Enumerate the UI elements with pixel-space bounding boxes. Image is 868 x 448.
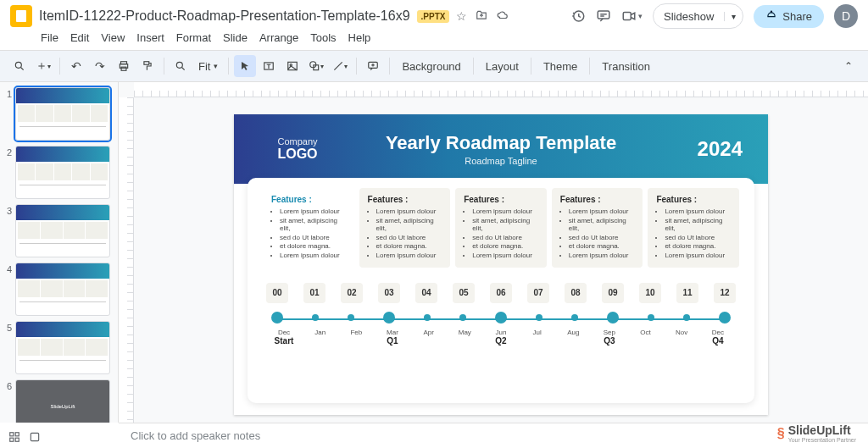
timeline-dot	[536, 314, 542, 321]
feature-bullet: Lorem ipsum dolour	[280, 252, 346, 260]
explore-icon[interactable]	[29, 431, 41, 443]
speaker-notes[interactable]: Click to add speaker notes	[119, 423, 868, 448]
ruler-vertical[interactable]	[119, 97, 134, 423]
menu-view[interactable]: View	[96, 29, 130, 47]
timeline-quarter-label: Q1	[380, 336, 405, 346]
menu-bar: File Edit View Insert Format Slide Arran…	[0, 27, 868, 50]
timeline-quarter-label	[343, 336, 369, 346]
grid-view-icon[interactable]	[8, 431, 20, 443]
feature-column: Features : Lorem ipsum dolour sit amet, …	[359, 188, 451, 268]
svg-rect-20	[31, 433, 38, 440]
document-title[interactable]: ItemID-11222-Product-Roadmap-Presentatio…	[39, 8, 410, 24]
timeline-dot	[571, 314, 578, 321]
filmstrip[interactable]: 1 2 3 4	[0, 82, 119, 423]
zoom-select[interactable]: Fit ▾	[193, 58, 223, 75]
menu-arrange[interactable]: Arrange	[254, 29, 303, 47]
canvas-scroll[interactable]: Company LOGO Yearly Roadmap Template Roa…	[134, 97, 868, 423]
slideshow-dropdown[interactable]: ▾	[724, 12, 743, 21]
timeline-month-label: Apr	[416, 329, 442, 336]
timeline-month-label: Mar	[380, 329, 405, 336]
logo-label-top: Company	[259, 136, 336, 147]
ruler-horizontal[interactable]	[134, 82, 868, 97]
slides-app-icon[interactable]	[10, 5, 32, 27]
search-menus-icon[interactable]	[8, 55, 31, 77]
undo-icon[interactable]: ↶	[65, 55, 87, 77]
slide-header: Company LOGO Yearly Roadmap Template Roa…	[234, 114, 768, 184]
present-meet-icon[interactable]: ▾	[621, 8, 643, 24]
menu-edit[interactable]: Edit	[65, 29, 94, 47]
line-icon[interactable]: ▾	[329, 55, 351, 77]
paint-format-icon[interactable]	[136, 55, 159, 77]
feature-bullet: Lorem ipsum dolour	[376, 207, 442, 216]
menu-slide[interactable]: Slide	[218, 29, 253, 47]
slideshow-button-group: Slideshow ▾	[653, 3, 743, 29]
timeline-quarter-label	[416, 336, 442, 346]
slide-subtitle: Roadmap Tagline	[361, 156, 641, 166]
feature-bullet: Lorem ipsum dolour	[280, 207, 346, 216]
print-icon[interactable]	[113, 55, 135, 77]
layout-button[interactable]: Layout	[479, 57, 526, 76]
timeline-month-label: Dec	[271, 329, 297, 336]
timeline-quarter-label	[452, 336, 477, 346]
toolbar: ＋▾ ↶ ↷ Fit ▾ ▾ ▾ Background Layout Theme…	[0, 50, 868, 82]
feature-title: Features :	[368, 195, 442, 204]
svg-rect-16	[10, 433, 14, 436]
menu-tools[interactable]: Tools	[305, 29, 341, 47]
background-button[interactable]: Background	[395, 57, 467, 76]
menu-file[interactable]: File	[36, 29, 64, 47]
menu-help[interactable]: Help	[343, 29, 376, 47]
comment-add-icon[interactable]	[362, 55, 384, 77]
thumb-number: 4	[3, 263, 12, 274]
move-icon[interactable]	[476, 9, 487, 23]
history-icon[interactable]	[570, 8, 586, 24]
feature-bullet: Lorem ipsum dolour	[665, 252, 731, 260]
timeline-month-label: Nov	[669, 329, 694, 336]
logo-label-bot: LOGO	[259, 147, 336, 162]
timeline: Dec Jan Feb Mar Apr May Jun Jul Aug Sep	[263, 318, 739, 346]
slide-thumbnail-4[interactable]	[15, 263, 110, 316]
speaker-notes-placeholder: Click to add speaker notes	[131, 429, 260, 442]
timeline-quarter-label	[308, 336, 333, 346]
timeline-month-label: Dec	[705, 329, 731, 336]
month-box: 11	[676, 283, 698, 303]
feature-bullet: et dolore magna.	[376, 242, 442, 251]
share-button[interactable]: Share	[754, 5, 824, 28]
zoom-tool-icon[interactable]	[170, 55, 192, 77]
collapse-toolbar-icon[interactable]: ⌃	[837, 57, 860, 75]
shape-icon[interactable]: ▾	[305, 55, 327, 77]
textbox-icon[interactable]	[258, 55, 280, 77]
slide-thumbnail-3[interactable]	[15, 204, 110, 257]
star-icon[interactable]: ☆	[456, 9, 467, 23]
timeline-month-label: Feb	[343, 329, 369, 336]
select-tool-icon[interactable]	[234, 55, 256, 77]
account-avatar[interactable]: D	[834, 4, 858, 28]
slide-thumbnail-5[interactable]	[15, 321, 110, 374]
feature-bullet: Lorem ipsum dolour	[569, 252, 635, 260]
feature-bullet: et dolore magna.	[280, 242, 346, 251]
comments-icon[interactable]	[596, 8, 611, 24]
timeline-quarter-label	[560, 336, 586, 346]
month-box: 00	[266, 283, 288, 303]
feature-bullet: Lorem ipsum dolour	[472, 252, 538, 260]
month-box: 05	[453, 283, 475, 303]
feature-column: Features : Lorem ipsum dolour sit amet, …	[263, 188, 354, 268]
slide-canvas[interactable]: Company LOGO Yearly Roadmap Template Roa…	[234, 114, 768, 415]
new-slide-icon[interactable]: ＋▾	[32, 55, 54, 77]
menu-format[interactable]: Format	[171, 29, 216, 47]
feature-bullet: sit amet, adipiscing elit,	[569, 217, 635, 233]
month-box: 02	[341, 283, 363, 303]
menu-insert[interactable]: Insert	[131, 29, 170, 47]
timeline-quarter-label	[633, 336, 659, 346]
theme-button[interactable]: Theme	[537, 57, 584, 76]
slide-thumbnail-1[interactable]	[15, 87, 110, 141]
month-box: 10	[639, 283, 661, 303]
slide-thumbnail-2[interactable]	[15, 146, 110, 199]
redo-icon[interactable]: ↷	[89, 55, 111, 77]
feature-bullet: Lorem ipsum dolour	[569, 207, 635, 216]
timeline-dot	[719, 312, 731, 324]
image-icon[interactable]	[281, 55, 303, 77]
cloud-status-icon[interactable]	[496, 9, 509, 23]
slideshow-button[interactable]: Slideshow	[654, 10, 724, 23]
slide-thumbnail-6[interactable]: SlideUpLift	[15, 379, 110, 423]
transition-button[interactable]: Transition	[595, 57, 657, 76]
